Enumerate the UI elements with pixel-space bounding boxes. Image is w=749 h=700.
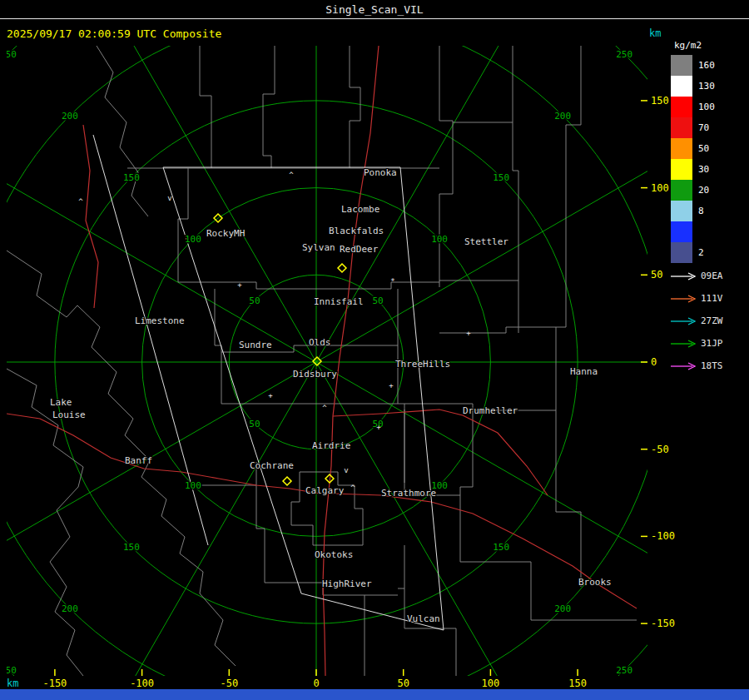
colorbar-value: 20	[698, 185, 723, 196]
range-ring-label: 150	[493, 542, 509, 553]
range-ring-label: 250	[616, 665, 632, 676]
radar-site-diamond-icon	[283, 477, 291, 485]
colorbar-entry: 8	[671, 201, 723, 221]
bottom-axis-label: -50	[220, 678, 238, 689]
colorbar-value: 130	[698, 81, 723, 92]
right-axis-label: -50	[651, 444, 669, 455]
city-label: Innisfail	[314, 296, 364, 307]
right-axis-label: -150	[651, 618, 675, 629]
range-ring-label: 200	[62, 603, 78, 614]
colorbar-value: 70	[698, 122, 723, 133]
bottom-axis-unit: km	[7, 678, 18, 689]
station-marker: ^	[350, 484, 355, 492]
radar-site-id: 27ZW	[701, 315, 723, 326]
colorbar-swatch	[671, 55, 692, 76]
station-marker: +	[389, 381, 394, 390]
city-label: Limestone	[135, 315, 185, 326]
city-label: HighRiver	[322, 578, 372, 589]
bottom-axis-label: 100	[482, 678, 500, 689]
colorbar-value: 160	[698, 60, 723, 71]
title-bar: Single_Scan_VIL	[0, 0, 749, 19]
colorbar-entry: 100	[671, 97, 723, 117]
station-marker: +	[466, 329, 471, 337]
colorbar-swatch	[671, 97, 692, 117]
park-boundary-line	[7, 46, 148, 676]
station-marker: v	[344, 466, 348, 474]
radar-arrow-icon	[671, 272, 696, 280]
colorbar-entry: 2	[671, 242, 723, 263]
bottom-axis-label: 0	[313, 678, 319, 689]
radar-site-id: 31JP	[701, 338, 723, 349]
range-ring-label: 100	[185, 234, 201, 245]
city-label: Calgary	[305, 485, 345, 496]
range-ring-label: 100	[431, 234, 448, 245]
city-label: Vulcan	[407, 613, 440, 624]
radar-legend-entry: 111V	[671, 287, 723, 310]
station-marker: ^	[289, 171, 294, 179]
radar-map-canvas: 5050505010010010010015015015015020020020…	[7, 46, 647, 676]
highway-line	[83, 125, 98, 308]
range-ring-label: 200	[554, 111, 571, 122]
city-label: Lake	[50, 397, 72, 408]
colorbar-entry: 70	[671, 117, 723, 138]
radar-site-diamond-icon	[338, 264, 346, 272]
colorbar-swatch	[671, 159, 692, 180]
station-marker: +	[237, 280, 242, 289]
radar-legend-entry: 31JP	[671, 332, 723, 355]
range-ring-label: 150	[123, 172, 140, 183]
city-label: Didsbury	[293, 369, 337, 380]
range-ring-label: 50	[372, 295, 383, 306]
radar-arrow-icon	[671, 317, 696, 325]
highway-line	[7, 414, 320, 494]
colorbar-entries: 1601301007050302082	[671, 55, 723, 263]
city-label: Cochrane	[250, 460, 294, 471]
colorbar-value: 2	[698, 247, 723, 258]
station-marker: v	[167, 194, 171, 202]
station-marker: +	[268, 391, 273, 400]
right-axis-label: 150	[651, 95, 669, 107]
colorbar-unit: kg/m2	[671, 40, 723, 51]
bottom-axis-label: -100	[130, 678, 154, 689]
colorbar-entry	[671, 221, 723, 242]
highway-line	[333, 494, 637, 608]
right-axis-label: 100	[651, 182, 669, 194]
bottom-axis-label: 50	[397, 678, 409, 689]
radar-legend-entry: 27ZW	[671, 310, 723, 332]
city-label: Okotoks	[315, 549, 353, 560]
colorbar-entry: 30	[671, 159, 723, 180]
station-markers: ^v^+*+++^+v^	[78, 171, 471, 492]
window-title: Single_Scan_VIL	[325, 3, 423, 16]
colorbar-swatch	[671, 117, 692, 138]
city-label: ThreeHills	[395, 359, 450, 370]
city-label: Ponoka	[364, 167, 397, 178]
city-label: Stettler	[464, 236, 508, 247]
city-label: RedDeer	[340, 244, 379, 255]
range-ring-label: 200	[554, 603, 571, 614]
range-ring-label: 250	[616, 49, 632, 60]
colorbar-swatch	[671, 221, 692, 242]
radar-arrow-icon	[671, 362, 696, 370]
scan-sector-polygon	[163, 167, 444, 630]
radar-site-legend: 09EA111V27ZW31JP18TS	[671, 265, 723, 377]
colorbar-entry: 20	[671, 180, 723, 201]
city-label: Louise	[52, 410, 86, 420]
city-label: RockyMH	[206, 228, 245, 239]
colorbar-value: 100	[698, 102, 723, 112]
city-label: Sylvan	[302, 242, 335, 253]
right-axis-label: 50	[651, 269, 662, 280]
scan-timestamp: 2025/09/17 02:00:59 UTC Composite	[7, 27, 221, 40]
right-axis-unit: km	[649, 27, 661, 39]
colorbar-swatch	[671, 242, 692, 263]
radar-viewer-window: Single_Scan_VIL 2025/09/17 02:00:59 UTC …	[0, 0, 749, 700]
colorbar-swatch	[671, 138, 692, 159]
city-label: Sundre	[239, 340, 272, 350]
radar-map: 5050505010010010010015015015015020020020…	[7, 46, 647, 676]
bottom-axis: -150-100-50050100150	[7, 678, 647, 689]
city-label: Banff	[125, 455, 152, 466]
park-boundary-line	[7, 251, 236, 666]
range-ring-label: 150	[123, 542, 140, 553]
range-ring-label: 100	[185, 480, 201, 491]
radar-site-id: 18TS	[701, 360, 723, 371]
colorbar-swatch	[671, 201, 692, 221]
city-label: Brooks	[578, 577, 612, 588]
